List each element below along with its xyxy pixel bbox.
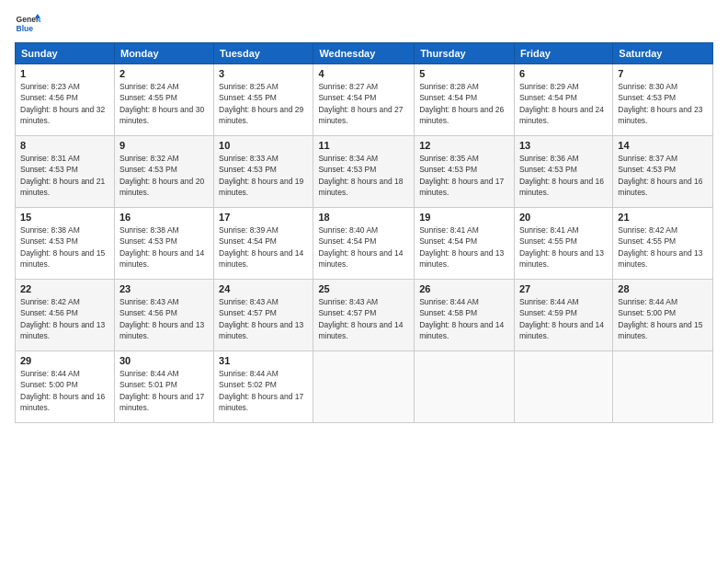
day-number: 18: [318, 212, 409, 223]
calendar-cell: 7Sunrise: 8:30 AMSunset: 4:53 PMDaylight…: [613, 64, 713, 136]
weekday-header-cell: Wednesday: [313, 43, 415, 64]
logo-icon: General Blue: [15, 11, 40, 37]
day-number: 21: [618, 212, 708, 223]
calendar-cell: 30Sunrise: 8:44 AMSunset: 5:01 PMDayligh…: [114, 351, 213, 423]
day-number: 29: [20, 355, 109, 366]
weekday-header-row: SundayMondayTuesdayWednesdayThursdayFrid…: [16, 43, 713, 64]
svg-text:Blue: Blue: [17, 24, 34, 33]
day-number: 6: [519, 68, 608, 79]
calendar-cell: [415, 351, 515, 423]
calendar-cell: 26Sunrise: 8:44 AMSunset: 4:58 PMDayligh…: [415, 280, 515, 351]
calendar-cell: 11Sunrise: 8:34 AMSunset: 4:53 PMDayligh…: [313, 136, 415, 208]
day-info: Sunrise: 8:44 AMSunset: 5:00 PMDaylight:…: [618, 296, 708, 341]
calendar-cell: 13Sunrise: 8:36 AMSunset: 4:53 PMDayligh…: [514, 136, 612, 208]
weekday-header-cell: Tuesday: [214, 43, 313, 64]
calendar-week-row: 29Sunrise: 8:44 AMSunset: 5:00 PMDayligh…: [16, 351, 713, 423]
day-info: Sunrise: 8:41 AMSunset: 4:55 PMDaylight:…: [519, 224, 608, 270]
calendar-cell: 28Sunrise: 8:44 AMSunset: 5:00 PMDayligh…: [613, 280, 713, 351]
logo: General Blue: [15, 11, 40, 37]
day-number: 19: [419, 212, 509, 223]
day-number: 30: [119, 355, 209, 366]
day-info: Sunrise: 8:35 AMSunset: 4:53 PMDaylight:…: [419, 153, 509, 198]
day-number: 10: [219, 140, 308, 151]
day-info: Sunrise: 8:30 AMSunset: 4:53 PMDaylight:…: [618, 81, 708, 126]
day-info: Sunrise: 8:39 AMSunset: 4:54 PMDaylight:…: [219, 224, 308, 270]
day-number: 8: [20, 140, 109, 151]
day-info: Sunrise: 8:28 AMSunset: 4:54 PMDaylight:…: [419, 81, 509, 126]
day-number: 23: [119, 283, 209, 294]
day-number: 13: [519, 140, 608, 151]
calendar-cell: 4Sunrise: 8:27 AMSunset: 4:54 PMDaylight…: [313, 64, 415, 136]
header: General Blue: [15, 11, 713, 37]
day-info: Sunrise: 8:31 AMSunset: 4:53 PMDaylight:…: [20, 153, 109, 198]
weekday-header-cell: Thursday: [415, 43, 515, 64]
day-number: 25: [318, 283, 409, 294]
calendar-cell: 20Sunrise: 8:41 AMSunset: 4:55 PMDayligh…: [514, 208, 612, 280]
day-info: Sunrise: 8:32 AMSunset: 4:53 PMDaylight:…: [119, 153, 209, 198]
calendar-cell: 1Sunrise: 8:23 AMSunset: 4:56 PMDaylight…: [16, 64, 115, 136]
calendar-body: 1Sunrise: 8:23 AMSunset: 4:56 PMDaylight…: [16, 64, 713, 423]
day-info: Sunrise: 8:24 AMSunset: 4:55 PMDaylight:…: [119, 81, 209, 126]
calendar-cell: 3Sunrise: 8:25 AMSunset: 4:55 PMDaylight…: [214, 64, 313, 136]
day-number: 9: [119, 140, 209, 151]
calendar-cell: [514, 351, 612, 423]
calendar-cell: 18Sunrise: 8:40 AMSunset: 4:54 PMDayligh…: [313, 208, 415, 280]
day-number: 15: [20, 212, 109, 223]
page: General Blue SundayMondayTuesdayWednesda…: [0, 0, 728, 563]
calendar-week-row: 8Sunrise: 8:31 AMSunset: 4:53 PMDaylight…: [16, 136, 713, 208]
calendar-cell: 5Sunrise: 8:28 AMSunset: 4:54 PMDaylight…: [415, 64, 515, 136]
day-number: 5: [419, 68, 509, 79]
calendar-cell: 19Sunrise: 8:41 AMSunset: 4:54 PMDayligh…: [415, 208, 515, 280]
day-info: Sunrise: 8:41 AMSunset: 4:54 PMDaylight:…: [419, 224, 509, 270]
day-number: 12: [419, 140, 509, 151]
day-number: 2: [119, 68, 209, 79]
day-info: Sunrise: 8:23 AMSunset: 4:56 PMDaylight:…: [20, 81, 109, 126]
day-info: Sunrise: 8:40 AMSunset: 4:54 PMDaylight:…: [318, 224, 409, 270]
weekday-header-cell: Monday: [114, 43, 213, 64]
calendar-cell: 27Sunrise: 8:44 AMSunset: 4:59 PMDayligh…: [514, 280, 612, 351]
weekday-header-cell: Saturday: [613, 43, 713, 64]
calendar-week-row: 15Sunrise: 8:38 AMSunset: 4:53 PMDayligh…: [16, 208, 713, 280]
day-number: 3: [219, 68, 308, 79]
day-number: 11: [318, 140, 409, 151]
calendar-week-row: 22Sunrise: 8:42 AMSunset: 4:56 PMDayligh…: [16, 280, 713, 351]
day-info: Sunrise: 8:44 AMSunset: 5:00 PMDaylight:…: [20, 368, 109, 413]
day-number: 27: [519, 283, 608, 294]
calendar-cell: 21Sunrise: 8:42 AMSunset: 4:55 PMDayligh…: [613, 208, 713, 280]
day-info: Sunrise: 8:37 AMSunset: 4:53 PMDaylight:…: [618, 153, 708, 198]
calendar-cell: 25Sunrise: 8:43 AMSunset: 4:57 PMDayligh…: [313, 280, 415, 351]
calendar-cell: 8Sunrise: 8:31 AMSunset: 4:53 PMDaylight…: [16, 136, 115, 208]
calendar-cell: 22Sunrise: 8:42 AMSunset: 4:56 PMDayligh…: [16, 280, 115, 351]
day-number: 22: [20, 283, 109, 294]
day-number: 16: [119, 212, 209, 223]
weekday-header-cell: Friday: [514, 43, 612, 64]
calendar-cell: 2Sunrise: 8:24 AMSunset: 4:55 PMDaylight…: [114, 64, 213, 136]
day-number: 14: [618, 140, 708, 151]
calendar-cell: 24Sunrise: 8:43 AMSunset: 4:57 PMDayligh…: [214, 280, 313, 351]
day-number: 24: [219, 283, 308, 294]
calendar-cell: 6Sunrise: 8:29 AMSunset: 4:54 PMDaylight…: [514, 64, 612, 136]
calendar-cell: 17Sunrise: 8:39 AMSunset: 4:54 PMDayligh…: [214, 208, 313, 280]
day-info: Sunrise: 8:44 AMSunset: 5:02 PMDaylight:…: [219, 368, 308, 413]
day-info: Sunrise: 8:29 AMSunset: 4:54 PMDaylight:…: [519, 81, 608, 126]
day-info: Sunrise: 8:38 AMSunset: 4:53 PMDaylight:…: [20, 224, 109, 270]
day-number: 7: [618, 68, 708, 79]
day-info: Sunrise: 8:44 AMSunset: 5:01 PMDaylight:…: [119, 368, 209, 413]
day-info: Sunrise: 8:27 AMSunset: 4:54 PMDaylight:…: [318, 81, 409, 126]
day-number: 17: [219, 212, 308, 223]
weekday-header-cell: Sunday: [16, 43, 115, 64]
day-info: Sunrise: 8:43 AMSunset: 4:57 PMDaylight:…: [219, 296, 308, 341]
day-number: 20: [519, 212, 608, 223]
calendar-cell: 15Sunrise: 8:38 AMSunset: 4:53 PMDayligh…: [16, 208, 115, 280]
day-number: 4: [318, 68, 409, 79]
day-info: Sunrise: 8:36 AMSunset: 4:53 PMDaylight:…: [519, 153, 608, 198]
day-info: Sunrise: 8:33 AMSunset: 4:53 PMDaylight:…: [219, 153, 308, 198]
day-info: Sunrise: 8:34 AMSunset: 4:53 PMDaylight:…: [318, 153, 409, 198]
calendar-cell: 14Sunrise: 8:37 AMSunset: 4:53 PMDayligh…: [613, 136, 713, 208]
day-info: Sunrise: 8:43 AMSunset: 4:56 PMDaylight:…: [119, 296, 209, 341]
calendar-cell: 23Sunrise: 8:43 AMSunset: 4:56 PMDayligh…: [114, 280, 213, 351]
day-number: 31: [219, 355, 308, 366]
calendar-cell: 12Sunrise: 8:35 AMSunset: 4:53 PMDayligh…: [415, 136, 515, 208]
day-info: Sunrise: 8:43 AMSunset: 4:57 PMDaylight:…: [318, 296, 409, 341]
calendar-cell: 29Sunrise: 8:44 AMSunset: 5:00 PMDayligh…: [16, 351, 115, 423]
